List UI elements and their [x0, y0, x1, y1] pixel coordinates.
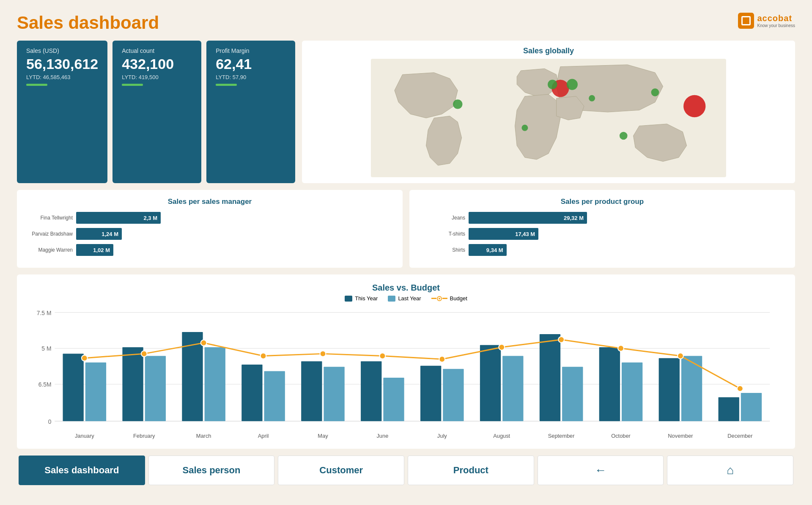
svg-rect-45: [599, 347, 620, 421]
bar-fill: 29,32 M: [469, 212, 587, 224]
svg-text:December: December: [727, 433, 753, 439]
list-item: T-shirts 17,43 M: [419, 228, 786, 240]
kpi-label: Sales (USD): [26, 47, 98, 54]
kpi-label: Actual count: [122, 47, 192, 54]
tab-product[interactable]: Product: [408, 456, 534, 485]
chart-legend: This Year Last Year Budget: [30, 295, 782, 302]
svg-rect-18: [63, 354, 83, 421]
list-item: Fina Tellwright 2,3 M: [26, 212, 393, 224]
kpi-card-0: Sales (USD) 56,130,612 LYTD: 46,585,463: [17, 41, 107, 183]
bar-label: Fina Tellwright: [26, 215, 73, 221]
bar-value: 9,34 M: [486, 247, 503, 253]
world-map-svg: [310, 59, 787, 177]
tab-customer[interactable]: Customer: [278, 456, 404, 485]
svg-rect-37: [443, 369, 464, 421]
kpi-lytd: LYTD: 46,585,463: [26, 74, 98, 80]
svg-rect-28: [264, 371, 285, 421]
legend-box: [388, 296, 395, 302]
svg-rect-34: [383, 378, 404, 421]
svg-point-60: [439, 356, 445, 362]
svg-rect-31: [324, 367, 344, 421]
bar-fill: 2,3 M: [76, 212, 161, 224]
page-title: Sales dashboard: [17, 13, 159, 33]
tab-sales-person[interactable]: Sales person: [148, 456, 275, 485]
svg-text:January: January: [75, 433, 94, 439]
list-item: Shirts 9,34 M: [419, 244, 786, 256]
legend-item: This Year: [345, 295, 378, 302]
kpi-card-1: Actual count 432,100 LYTD: 419,500: [112, 41, 201, 183]
chart-area: 7.5 M5 M6.5M0JanuaryFebruaryMarchAprilMa…: [30, 307, 782, 445]
svg-point-58: [320, 351, 326, 357]
top-row: Sales (USD) 56,130,612 LYTD: 46,585,463 …: [17, 41, 795, 183]
product-group-card: Sales per product group Jeans 29,32 M T-…: [409, 190, 795, 268]
svg-text:November: November: [668, 433, 693, 439]
bar-value: 2,3 M: [143, 215, 157, 221]
kpi-bar: [122, 84, 143, 86]
svg-text:July: July: [437, 433, 447, 439]
svg-rect-48: [659, 358, 680, 421]
logo-tagline: Know your business: [757, 23, 796, 28]
bar-fill: 1,02 M: [76, 244, 113, 256]
svg-point-5: [522, 125, 528, 131]
svg-text:October: October: [611, 433, 631, 439]
svg-point-62: [558, 337, 564, 343]
svg-point-61: [499, 344, 505, 350]
legend-label: Last Year: [398, 295, 421, 302]
tab-←[interactable]: ←: [538, 456, 664, 485]
svg-point-57: [261, 353, 266, 359]
map-card: Sales globally: [302, 41, 795, 183]
map-container: [310, 59, 787, 177]
mid-row: Sales per sales manager Fina Tellwright …: [17, 190, 795, 268]
svg-rect-39: [480, 345, 501, 421]
main-chart-title: Sales vs. Budget: [30, 283, 782, 293]
main-chart-card: Sales vs. Budget This Year Last Year Bud…: [17, 274, 795, 449]
bar-label: Shirts: [419, 247, 465, 253]
tab-sales-dashboard[interactable]: Sales dashboard: [19, 456, 145, 485]
sales-chart-svg: 7.5 M5 M6.5M0JanuaryFebruaryMarchAprilMa…: [30, 307, 782, 443]
kpi-value: 62,41: [216, 56, 286, 72]
bottom-tabs: Sales dashboardSales personCustomerProdu…: [17, 456, 795, 485]
svg-point-59: [379, 353, 385, 359]
svg-text:5 M: 5 M: [41, 345, 51, 352]
kpi-value: 56,130,612: [26, 56, 98, 72]
svg-point-55: [141, 351, 147, 357]
sales-manager-title: Sales per sales manager: [26, 198, 393, 206]
product-bars: Jeans 29,32 M T-shirts 17,43 M Shirts 9,…: [419, 212, 786, 256]
svg-point-65: [737, 386, 743, 392]
svg-rect-43: [562, 367, 583, 421]
list-item: Parvaiz Bradshaw 1,24 M: [26, 228, 393, 240]
kpi-value: 432,100: [122, 56, 192, 72]
svg-text:6.5M: 6.5M: [38, 381, 52, 388]
tab-⌂[interactable]: ⌂: [667, 456, 793, 485]
bar-value: 1,02 M: [93, 247, 110, 253]
legend-item: Last Year: [388, 295, 421, 302]
svg-text:September: September: [548, 433, 575, 439]
kpi-bar: [216, 84, 237, 86]
svg-point-8: [651, 88, 659, 96]
svg-point-2: [567, 79, 578, 90]
svg-text:August: August: [493, 433, 510, 439]
kpi-cards: Sales (USD) 56,130,612 LYTD: 46,585,463 …: [17, 41, 295, 183]
svg-text:April: April: [258, 433, 269, 439]
bar-fill: 17,43 M: [469, 228, 538, 240]
kpi-label: Profit Margin: [216, 47, 286, 54]
svg-text:March: March: [196, 433, 211, 439]
bar-label: Parvaiz Bradshaw: [26, 231, 73, 237]
svg-rect-42: [540, 334, 560, 421]
svg-text:0: 0: [48, 418, 52, 425]
legend-label: This Year: [355, 295, 378, 302]
svg-text:February: February: [133, 433, 155, 439]
svg-point-54: [82, 355, 88, 361]
sales-manager-card: Sales per sales manager Fina Tellwright …: [17, 190, 403, 268]
legend-label: Budget: [450, 295, 467, 302]
logo: accobat Know your business: [738, 13, 796, 29]
svg-point-3: [548, 80, 557, 89]
svg-point-6: [589, 95, 595, 102]
svg-rect-30: [301, 361, 322, 421]
svg-rect-51: [719, 397, 739, 421]
svg-text:June: June: [376, 433, 388, 439]
svg-text:7.5 M: 7.5 M: [37, 310, 52, 316]
bar-value: 17,43 M: [515, 231, 535, 237]
svg-rect-25: [205, 347, 225, 421]
svg-rect-19: [85, 362, 106, 421]
